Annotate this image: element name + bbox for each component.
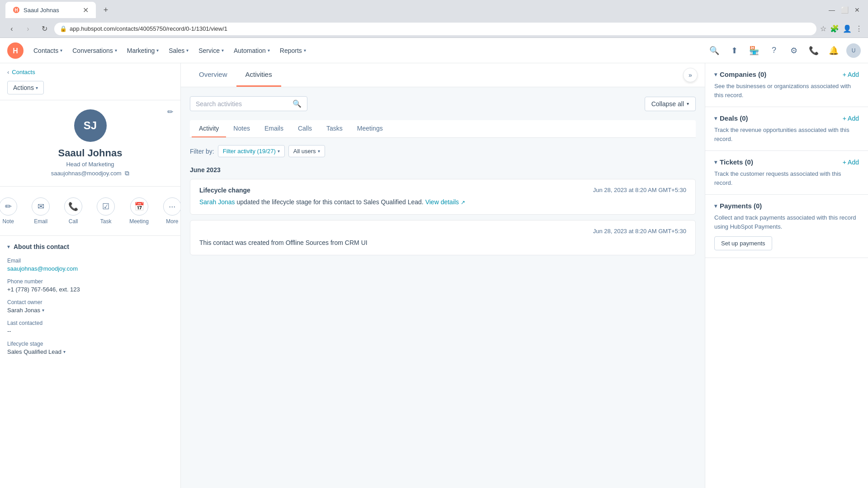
collapse-all-button[interactable]: Collapse all ▾ <box>645 97 696 111</box>
menu-icon[interactable]: ⋮ <box>855 24 863 33</box>
activity-card-activity-2: Jun 28, 2023 at 8:20 AM GMT+5:30 This co… <box>190 220 696 255</box>
address-bar[interactable]: 🔒 app.hubspot.com/contacts/40055750/reco… <box>54 23 816 35</box>
nav-item-sales[interactable]: Sales▾ <box>164 43 193 58</box>
activity-tab-emails[interactable]: Emails <box>257 120 291 137</box>
left-sidebar: ‹ Contacts Actions ▾ ✏ SJ Saaul Johnas H… <box>0 63 181 488</box>
about-section: ▾ About this contact Email saaujohnas@mo… <box>0 236 180 369</box>
action-btn-email[interactable]: ✉ Email <box>26 194 55 228</box>
contact-email-display: saaujohnas@moodjoy.com ⧉ <box>51 169 130 177</box>
section-toggle-tickets[interactable]: ▾ <box>714 159 717 165</box>
collapse-panel-button[interactable]: » <box>683 68 698 82</box>
nav-item-conversations[interactable]: Conversations▾ <box>68 43 122 58</box>
phone-button[interactable]: 📞 <box>807 43 821 58</box>
action-btn-label-call: Call <box>69 218 78 225</box>
breadcrumb: ‹ Contacts <box>7 69 173 75</box>
section-desc-tickets: Track the customer requests associated w… <box>714 169 859 187</box>
field-label-lifecycle: Lifecycle stage <box>7 341 173 347</box>
activity-tab-calls[interactable]: Calls <box>291 120 319 137</box>
activity-view-details-link[interactable]: View details ↗ <box>425 198 465 206</box>
upgrade-button[interactable]: ⬆ <box>727 43 741 58</box>
tab-overview[interactable]: Overview <box>190 63 236 87</box>
tab-close-button[interactable]: ✕ <box>83 6 89 14</box>
search-input[interactable] <box>196 100 289 108</box>
lifecycle-dropdown-icon[interactable]: ▾ <box>63 349 66 354</box>
activity-tab-tasks[interactable]: Tasks <box>319 120 350 137</box>
add-companies-link[interactable]: + Add <box>843 71 859 78</box>
marketplace-button[interactable]: 🏪 <box>747 43 761 58</box>
nav-caret-contacts: ▾ <box>60 48 62 53</box>
minimize-button[interactable]: — <box>826 5 837 15</box>
copy-email-icon[interactable]: ⧉ <box>125 169 129 177</box>
add-deals-link[interactable]: + Add <box>843 115 859 122</box>
edit-contact-icon[interactable]: ✏ <box>167 108 173 116</box>
action-btn-task[interactable]: ☑ Task <box>91 194 120 228</box>
right-section-payments: ▾ Payments (0) Collect and track payment… <box>705 195 868 258</box>
hubspot-logo[interactable]: H <box>7 42 24 59</box>
activity-filter-chip[interactable]: Filter activity (19/27) ▾ <box>218 145 285 157</box>
search-box[interactable]: 🔍 <box>190 96 307 111</box>
about-section-header[interactable]: ▾ About this contact <box>7 243 173 250</box>
activity-tab-meetings[interactable]: Meetings <box>350 120 390 137</box>
field-label-email: Email <box>7 258 173 264</box>
profile-icon[interactable]: 👤 <box>843 24 852 33</box>
nav-item-marketing[interactable]: Marketing▾ <box>123 43 163 58</box>
sidebar-top-bar: ‹ Contacts Actions ▾ <box>0 63 180 100</box>
bookmark-icon[interactable]: ☆ <box>820 24 826 33</box>
extensions-icon[interactable]: 🧩 <box>830 24 839 33</box>
users-filter-chip[interactable]: All users ▾ <box>288 145 325 157</box>
forward-button[interactable]: › <box>22 23 34 35</box>
activity-tab-activity[interactable]: Activity <box>192 120 226 137</box>
action-buttons-row: ✏ Note ✉ Email 📞 Call ☑ Task 📅 Meeting ·… <box>0 187 180 236</box>
section-toggle-deals[interactable]: ▾ <box>714 115 717 122</box>
field-label-owner: Contact owner <box>7 299 173 305</box>
field-value-email[interactable]: saaujohnas@moodjoy.com <box>7 265 78 272</box>
search-nav-button[interactable]: 🔍 <box>707 43 722 58</box>
action-btn-icon-meeting: 📅 <box>130 197 148 216</box>
activity-card-activity-1: Lifecycle change Jun 28, 2023 at 8:20 AM… <box>190 179 696 215</box>
setup-payments-button[interactable]: Set up payments <box>714 236 772 250</box>
section-toggle-companies[interactable]: ▾ <box>714 71 717 78</box>
new-tab-button[interactable]: + <box>99 4 112 16</box>
section-toggle-payments[interactable]: ▾ <box>714 203 717 209</box>
field-email: Email saaujohnas@moodjoy.com <box>7 258 173 272</box>
field-phone: Phone number +1 (778) 767-5646, ext. 123 <box>7 278 173 293</box>
activity-actor-link[interactable]: Sarah Jonas <box>199 198 235 206</box>
address-bar-row: ‹ › ↻ 🔒 app.hubspot.com/contacts/4005575… <box>0 20 868 38</box>
back-button[interactable]: ‹ <box>5 23 18 35</box>
nav-caret-automation: ▾ <box>268 48 270 53</box>
section-title-text-tickets: Tickets (0) <box>720 158 753 166</box>
tab-title: Saaul Johnas <box>24 7 59 14</box>
field-value-phone: +1 (778) 767-5646, ext. 123 <box>7 286 80 293</box>
field-owner: Contact owner Sarah Jonas ▾ <box>7 299 173 314</box>
reload-button[interactable]: ↻ <box>38 23 51 35</box>
close-window-button[interactable]: ✕ <box>852 5 863 15</box>
nav-caret-conversations: ▾ <box>115 48 117 53</box>
settings-button[interactable]: ⚙ <box>787 43 801 58</box>
action-btn-more[interactable]: ··· More <box>158 194 181 228</box>
actions-button[interactable]: Actions ▾ <box>7 81 44 94</box>
right-section-title-companies: ▾ Companies (0) <box>714 70 766 78</box>
notifications-button[interactable]: 🔔 <box>826 43 841 58</box>
nav-item-reports[interactable]: Reports▾ <box>275 43 311 58</box>
nav-item-service[interactable]: Service▾ <box>194 43 228 58</box>
browser-tab[interactable]: H Saaul Johnas ✕ <box>5 2 96 18</box>
add-tickets-link[interactable]: + Add <box>843 159 859 166</box>
main-layout: ‹ Contacts Actions ▾ ✏ SJ Saaul Johnas H… <box>0 63 868 488</box>
action-btn-call[interactable]: 📞 Call <box>59 194 88 228</box>
section-desc-payments: Collect and track payments associated wi… <box>714 213 859 250</box>
contact-title: Head of Marketing <box>66 161 114 168</box>
section-desc-companies: See the businesses or organizations asso… <box>714 82 859 99</box>
owner-dropdown-icon[interactable]: ▾ <box>42 308 44 313</box>
activity-tab-notes[interactable]: Notes <box>226 120 257 137</box>
maximize-button[interactable]: ⬜ <box>839 5 850 15</box>
action-btn-meeting[interactable]: 📅 Meeting <box>124 194 154 228</box>
help-button[interactable]: ? <box>767 43 781 58</box>
actions-caret: ▾ <box>36 85 38 90</box>
nav-item-automation[interactable]: Automation▾ <box>229 43 274 58</box>
breadcrumb-link[interactable]: Contacts <box>12 69 35 75</box>
tab-activities[interactable]: Activities <box>236 63 281 87</box>
user-avatar[interactable]: U <box>846 43 861 58</box>
window-controls: — ⬜ ✕ <box>826 5 863 15</box>
nav-item-contacts[interactable]: Contacts▾ <box>29 43 67 58</box>
action-btn-note[interactable]: ✏ Note <box>0 194 23 228</box>
